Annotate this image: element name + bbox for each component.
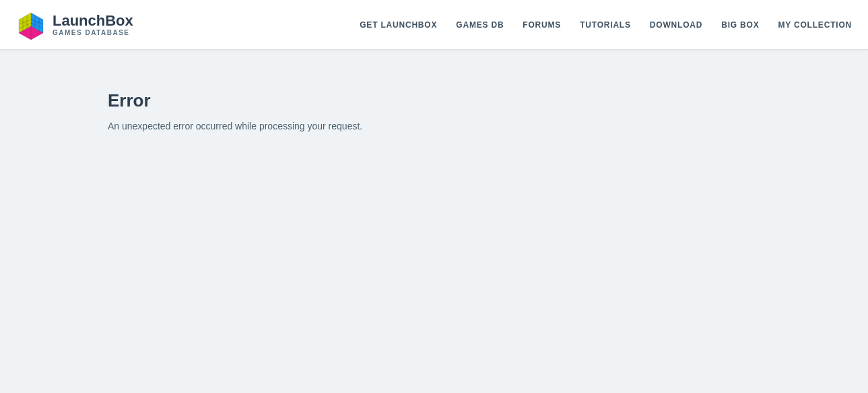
nav-big-box[interactable]: BIG BOX (721, 20, 759, 30)
error-title: Error (108, 90, 760, 111)
nav-get-launchbox[interactable]: GET LAUNCHBOX (360, 20, 437, 30)
site-header: LaunchBox GAMES DATABASE GET LAUNCHBOX G… (0, 0, 868, 50)
logo-icon (16, 10, 46, 40)
main-content: Error An unexpected error occurred while… (0, 50, 868, 172)
nav-download[interactable]: DOWNLOAD (650, 20, 702, 30)
main-nav: GET LAUNCHBOX GAMES DB FORUMS TUTORIALS … (360, 20, 852, 30)
logo-title: LaunchBox (53, 13, 133, 29)
error-message: An unexpected error occurred while proce… (108, 121, 760, 131)
nav-games-db[interactable]: GAMES DB (456, 20, 504, 30)
nav-my-collection[interactable]: MY COLLECTION (778, 20, 852, 30)
nav-forums[interactable]: FORUMS (523, 20, 561, 30)
logo-link[interactable]: LaunchBox GAMES DATABASE (16, 10, 133, 40)
logo-subtitle: GAMES DATABASE (53, 29, 133, 36)
nav-tutorials[interactable]: TUTORIALS (580, 20, 631, 30)
